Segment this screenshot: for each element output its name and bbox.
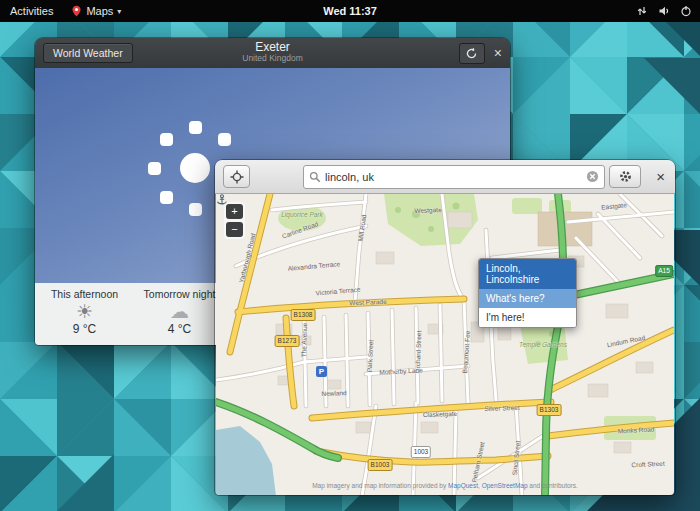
- activities-button[interactable]: Activities: [0, 0, 63, 22]
- power-icon[interactable]: [680, 5, 692, 17]
- zoom-out-button[interactable]: −: [226, 222, 243, 237]
- forecast-sun-icon: ☀: [37, 300, 132, 322]
- weather-title-block: Exeter United Kingdom: [242, 41, 302, 64]
- top-bar: Activities Maps ▾ Wed 11:37: [0, 0, 700, 22]
- gear-icon: [619, 170, 632, 183]
- settings-button[interactable]: [609, 165, 641, 188]
- clock[interactable]: Wed 11:37: [323, 5, 377, 17]
- forecast-label: This afternoon: [37, 288, 132, 300]
- map-graphics: [216, 194, 674, 495]
- forecast-cloud-icon: ☁: [132, 300, 227, 322]
- crosshair-icon: [230, 170, 244, 184]
- app-menu[interactable]: Maps ▾: [63, 0, 129, 22]
- status-area: [636, 5, 692, 17]
- refresh-button[interactable]: [459, 43, 485, 64]
- parking-icon: P: [316, 366, 327, 377]
- attribution-link-osm[interactable]: OpenStreetMap: [482, 482, 528, 489]
- desktop: World Weather Exeter United Kingdom ×: [0, 0, 700, 511]
- search-input[interactable]: [321, 171, 586, 183]
- volume-icon[interactable]: [658, 5, 670, 17]
- search-icon: [309, 171, 321, 183]
- world-weather-back-button[interactable]: World Weather: [43, 43, 133, 63]
- maps-window: ×: [215, 160, 675, 495]
- refresh-icon: [465, 47, 478, 60]
- zoom-in-button[interactable]: +: [226, 204, 243, 219]
- forecast-item: Tomorrow night ☁ 4 °C: [132, 283, 227, 345]
- menu-item-whats-here[interactable]: What's here?: [479, 289, 576, 308]
- forecast-temperature: 4 °C: [132, 322, 227, 336]
- search-box[interactable]: [303, 165, 605, 189]
- network-icon[interactable]: [636, 5, 648, 17]
- locate-button[interactable]: [223, 165, 250, 188]
- weather-titlebar[interactable]: World Weather Exeter United Kingdom ×: [35, 38, 510, 68]
- forecast-temperature: 9 °C: [37, 322, 132, 336]
- forecast-item: This afternoon ☀ 9 °C: [37, 283, 132, 345]
- weather-close-icon[interactable]: ×: [494, 46, 502, 60]
- chevron-down-icon: ▾: [117, 7, 121, 16]
- clear-icon[interactable]: [586, 170, 599, 183]
- context-menu: Lincoln, Lincolnshire What's here? I'm h…: [478, 258, 577, 328]
- attribution-link-mapquest[interactable]: MapQuest: [448, 482, 478, 489]
- maps-titlebar[interactable]: ×: [215, 160, 675, 194]
- maps-pin-icon: [71, 5, 82, 17]
- maps-close-icon[interactable]: ×: [656, 169, 665, 184]
- forecast-label: Tomorrow night: [132, 288, 227, 300]
- attribution-text: Map imagery and map information provided…: [312, 482, 448, 489]
- app-menu-label: Maps: [86, 5, 113, 17]
- attribution-text: and contributors.: [528, 482, 578, 489]
- menu-item-im-here[interactable]: I'm here!: [479, 308, 576, 327]
- weather-subtitle: United Kingdom: [242, 54, 302, 63]
- map-attribution: Map imagery and map information provided…: [216, 482, 674, 489]
- zoom-controls: + −: [224, 202, 245, 239]
- menu-item-location[interactable]: Lincoln, Lincolnshire: [479, 259, 576, 289]
- map-canvas[interactable]: Liquorice ParkCarline RoadYarborough Roa…: [216, 194, 674, 495]
